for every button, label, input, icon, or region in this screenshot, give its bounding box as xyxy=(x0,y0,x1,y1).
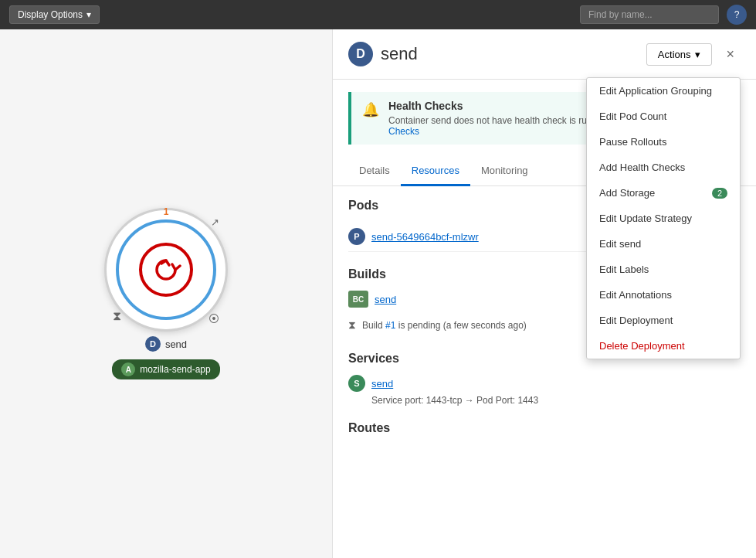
menu-item-label: Edit Update Strategy xyxy=(599,213,692,224)
app-label[interactable]: A mozilla-send-app xyxy=(112,359,219,379)
build-name-link[interactable]: send xyxy=(375,294,396,305)
menu-item-pause-rollouts[interactable]: Pause Rollouts xyxy=(587,129,740,155)
services-section: Services S send Service port: 1443-tcp →… xyxy=(348,352,741,406)
chevron-down-icon: ▾ xyxy=(695,49,700,60)
menu-item-label: Add Health Checks xyxy=(599,162,685,173)
build-number-link[interactable]: #1 xyxy=(385,320,395,331)
tab-details[interactable]: Details xyxy=(348,157,401,186)
service-ports: Service port: 1443-tcp → Pod Port: 1443 xyxy=(371,395,741,406)
node-icon xyxy=(139,243,193,297)
display-options-label: Display Options xyxy=(18,9,83,20)
node-count: 1 xyxy=(164,206,169,217)
pod-badge: P xyxy=(348,228,365,245)
app-badge: A xyxy=(121,362,135,376)
menu-item-edit-app-grouping[interactable]: Edit Application Grouping xyxy=(587,78,740,104)
node-label: D send xyxy=(145,336,187,352)
header-badge: D xyxy=(348,42,373,66)
menu-item-edit-annotations[interactable]: Edit Annotations xyxy=(587,282,740,308)
service-item-top: S send xyxy=(348,375,741,392)
menu-item-label: Edit Annotations xyxy=(599,289,672,301)
github-icon: ⦿ xyxy=(208,312,219,325)
menu-item-edit-pod-count[interactable]: Edit Pod Count xyxy=(587,104,740,129)
node-ring xyxy=(116,219,216,320)
hourglass-icon: ⧗ xyxy=(348,318,356,332)
menu-item-label: Delete Deployment xyxy=(599,340,685,352)
routes-section-title: Routes xyxy=(348,421,741,435)
menu-item-label: Pause Rollouts xyxy=(599,136,666,148)
pod-item-left: P send-5649664bcf-mlzwr xyxy=(348,228,479,245)
menu-item-edit-send[interactable]: Edit send xyxy=(587,231,740,257)
right-panel: D send Actions ▾ × 🔔 Health Checks Conta… xyxy=(332,29,756,558)
search-input[interactable] xyxy=(580,5,719,24)
external-link-icon[interactable]: ↗ xyxy=(211,216,219,228)
top-bar: Display Options ▾ ? xyxy=(0,0,756,29)
actions-dropdown: Edit Application Grouping Edit Pod Count… xyxy=(586,77,741,359)
menu-item-label: Add Storage xyxy=(599,187,655,199)
header-title: D send xyxy=(348,42,418,66)
page-title: send xyxy=(381,44,418,64)
storage-badge: 2 xyxy=(712,188,727,199)
menu-item-label: Edit send xyxy=(599,238,641,250)
refresh-icon xyxy=(151,254,181,285)
menu-item-label: Edit Application Grouping xyxy=(599,85,712,97)
close-button[interactable]: × xyxy=(720,43,741,66)
menu-item-edit-update-strategy[interactable]: Edit Update Strategy xyxy=(587,206,740,231)
panel-header: D send Actions ▾ × xyxy=(333,29,756,80)
build-badge: BC xyxy=(348,291,368,308)
close-icon: × xyxy=(726,46,734,62)
node-circle[interactable]: 1 ↗ ⧗ ⦿ xyxy=(104,208,228,332)
menu-item-label: Edit Labels xyxy=(599,264,649,275)
menu-item-label: Edit Deployment xyxy=(599,315,673,326)
left-panel: 1 ↗ ⧗ ⦿ D send A xyxy=(0,29,332,558)
menu-item-edit-labels[interactable]: Edit Labels xyxy=(587,257,740,282)
actions-label: Actions xyxy=(658,49,691,60)
node-name: send xyxy=(165,339,187,350)
timer-icon: ⧗ xyxy=(113,309,121,323)
menu-item-add-storage[interactable]: Add Storage 2 xyxy=(587,180,740,206)
build-info-text: Build #1 is pending (a few seconds ago) xyxy=(362,320,527,331)
service-name-link[interactable]: send xyxy=(371,378,393,390)
tab-monitoring[interactable]: Monitoring xyxy=(470,157,539,186)
menu-item-add-health-checks[interactable]: Add Health Checks xyxy=(587,155,740,180)
routes-section: Routes xyxy=(348,421,741,435)
display-options-button[interactable]: Display Options ▾ xyxy=(9,5,100,24)
tab-resources[interactable]: Resources xyxy=(401,157,470,186)
actions-button[interactable]: Actions ▾ xyxy=(646,43,713,66)
service-badge: S xyxy=(348,375,365,392)
node-container: 1 ↗ ⧗ ⦿ D send A xyxy=(104,208,228,379)
menu-item-edit-deployment[interactable]: Edit Deployment xyxy=(587,308,740,333)
chevron-down-icon: ▾ xyxy=(86,9,91,20)
pod-name-link[interactable]: send-5649664bcf-mlzwr xyxy=(371,231,479,243)
menu-item-delete-deployment[interactable]: Delete Deployment xyxy=(587,333,740,359)
menu-item-label: Edit Pod Count xyxy=(599,111,666,122)
avatar: ? xyxy=(727,5,747,25)
service-item: S send Service port: 1443-tcp → Pod Port… xyxy=(348,375,741,406)
header-actions: Actions ▾ × xyxy=(646,43,741,66)
bell-icon: 🔔 xyxy=(362,101,379,118)
node-badge: D xyxy=(145,336,161,352)
app-name: mozilla-send-app xyxy=(140,364,210,375)
